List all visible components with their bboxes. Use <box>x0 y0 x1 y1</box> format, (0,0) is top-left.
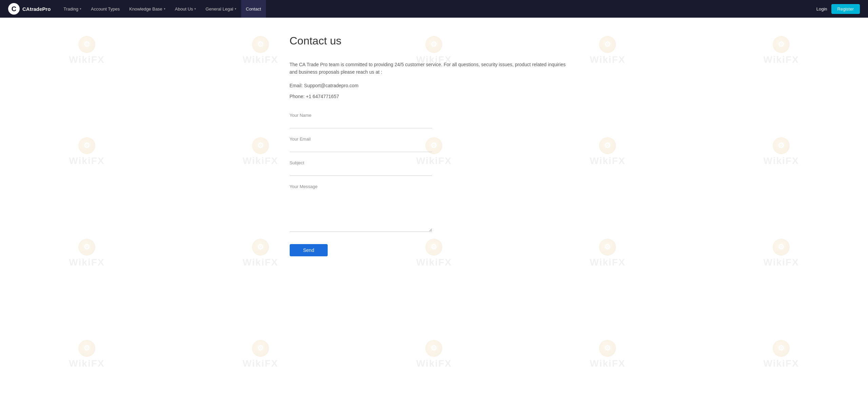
email-input[interactable] <box>290 144 432 152</box>
main-content: Contact us The CA Trade Pro team is comm… <box>282 18 587 277</box>
brand-logo[interactable]: C CAtradePro <box>8 3 51 15</box>
page-title: Contact us <box>290 35 579 47</box>
message-textarea[interactable] <box>290 191 432 232</box>
watermark-cell: ⚙ WikiFX <box>694 304 868 405</box>
nav-item-knowledge-base[interactable]: Knowledge Base ▾ <box>124 0 170 18</box>
chevron-down-icon: ▾ <box>80 7 81 11</box>
contact-email: Email: Support@catradepro.com <box>290 83 579 88</box>
watermark-cell: ⚙ WikiFX <box>694 203 868 304</box>
subject-label: Subject <box>290 160 432 165</box>
watermark-cell: ⚙ WikiFX <box>0 101 174 202</box>
subject-field-group: Subject <box>290 160 432 176</box>
nav-item-about-us[interactable]: About Us ▾ <box>170 0 201 18</box>
logo-text: CAtradePro <box>22 6 51 12</box>
contact-description: The CA Trade Pro team is committed to pr… <box>290 61 568 76</box>
watermark-cell: ⚙ WikiFX <box>347 304 521 405</box>
logo-icon: C <box>8 3 20 15</box>
name-label: Your Name <box>290 113 432 118</box>
contact-phone: Phone: +1 6474771657 <box>290 94 579 99</box>
nav-actions: Login Register <box>816 4 860 14</box>
watermark-cell: ⚙ WikiFX <box>0 304 174 405</box>
login-link[interactable]: Login <box>816 6 827 12</box>
chevron-down-icon: ▾ <box>194 7 196 11</box>
nav-item-account-types[interactable]: Account Types <box>86 0 124 18</box>
register-button[interactable]: Register <box>831 4 860 14</box>
nav-menu: Trading ▾ Account Types Knowledge Base ▾… <box>59 0 816 18</box>
contact-form: Your Name Your Email Subject Your Messag… <box>290 113 432 256</box>
watermark-cell: ⚙ WikiFX <box>521 304 694 405</box>
message-field-group: Your Message <box>290 184 432 233</box>
email-label: Your Email <box>290 136 432 142</box>
nav-item-general-legal[interactable]: General Legal ▾ <box>201 0 241 18</box>
name-field-group: Your Name <box>290 113 432 128</box>
chevron-down-icon: ▾ <box>235 7 236 11</box>
navigation: C CAtradePro Trading ▾ Account Types Kno… <box>0 0 868 18</box>
subject-input[interactable] <box>290 167 432 176</box>
watermark-cell: ⚙ WikiFX <box>0 203 174 304</box>
send-button[interactable]: Send <box>290 244 328 256</box>
chevron-down-icon: ▾ <box>164 7 166 11</box>
message-label: Your Message <box>290 184 432 189</box>
nav-item-contact[interactable]: Contact <box>241 0 266 18</box>
watermark-cell: ⚙ WikiFX <box>174 304 347 405</box>
name-input[interactable] <box>290 120 432 128</box>
email-field-group: Your Email <box>290 136 432 152</box>
watermark-cell: ⚙ WikiFX <box>694 101 868 202</box>
nav-item-trading[interactable]: Trading ▾ <box>59 0 86 18</box>
